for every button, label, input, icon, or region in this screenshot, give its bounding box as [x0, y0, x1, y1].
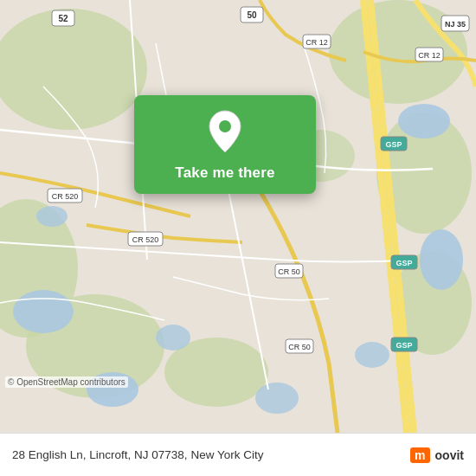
address-text: 28 English Ln, Lincroft, NJ 07738, New Y… — [12, 448, 410, 461]
svg-text:CR 12: CR 12 — [418, 51, 441, 60]
svg-text:CR 50: CR 50 — [288, 343, 311, 351]
location-card: Take me there — [134, 95, 316, 194]
svg-point-16 — [355, 342, 389, 368]
svg-text:52: 52 — [58, 14, 68, 23]
location-pin-icon — [206, 109, 244, 154]
bottom-bar: 28 English Ln, Lincroft, NJ 07738, New Y… — [0, 433, 476, 476]
svg-point-15 — [36, 206, 68, 227]
map-background: 52 50 NJ 35 CR 12 CR 12 GSP GSP GSP CR 5… — [0, 0, 476, 433]
svg-text:GSP: GSP — [385, 140, 402, 149]
pin-icon-wrapper — [206, 109, 244, 158]
take-me-there-button[interactable]: Take me there — [175, 164, 274, 182]
svg-point-13 — [156, 325, 190, 351]
osm-attribution: © OpenStreetMap contributors — [5, 376, 128, 388]
svg-text:CR 12: CR 12 — [306, 38, 328, 47]
svg-text:50: 50 — [247, 10, 257, 20]
svg-text:CR 520: CR 520 — [52, 192, 79, 201]
svg-point-9 — [13, 290, 74, 333]
svg-text:GSP: GSP — [396, 259, 412, 267]
svg-text:NJ 35: NJ 35 — [445, 20, 466, 29]
svg-text:CR 50: CR 50 — [278, 267, 300, 276]
svg-point-12 — [420, 229, 463, 290]
svg-text:GSP: GSP — [396, 341, 412, 350]
map-container: 52 50 NJ 35 CR 12 CR 12 GSP GSP GSP CR 5… — [0, 0, 476, 433]
attribution-text: © OpenStreetMap contributors — [8, 377, 125, 387]
svg-point-14 — [255, 383, 299, 414]
moovit-logo: moovit — [410, 447, 464, 463]
svg-point-41 — [219, 120, 231, 132]
svg-text:CR 520: CR 520 — [132, 235, 159, 244]
svg-point-11 — [398, 104, 450, 138]
